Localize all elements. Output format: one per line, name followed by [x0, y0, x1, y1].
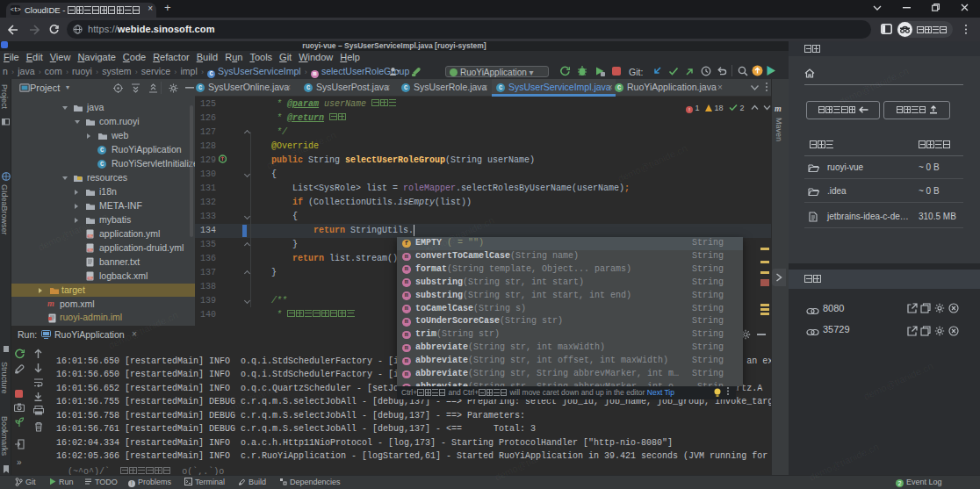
svg-text:YML: YML: [87, 248, 93, 252]
svg-text:YML: YML: [87, 277, 93, 280]
svg-text:YML: YML: [87, 234, 93, 238]
